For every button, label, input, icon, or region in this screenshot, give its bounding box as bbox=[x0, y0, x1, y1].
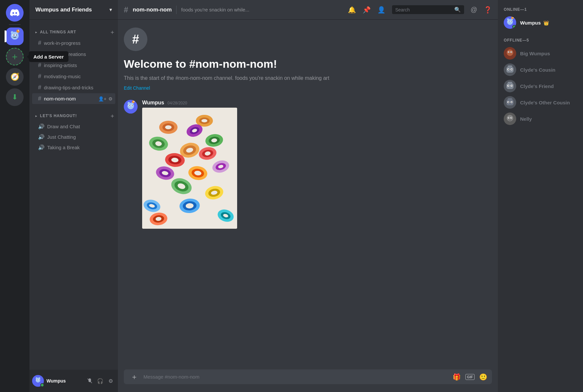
mute-button[interactable] bbox=[85, 376, 94, 385]
member-wumpus[interactable]: Wumpus 👑 bbox=[501, 14, 580, 31]
wumpus-server-icon[interactable] bbox=[6, 27, 24, 45]
messages-area: # Welcome to #nom-nom-nom! This is the s… bbox=[118, 20, 498, 369]
member-clydes-cousin[interactable]: Clyde's Cousin bbox=[501, 62, 580, 78]
channel-drawing-tips[interactable]: # drawing-tips-and-tricks bbox=[32, 82, 115, 93]
message-timestamp: 04/28/2020 bbox=[167, 101, 187, 105]
channel-name: nom-nom-nom bbox=[44, 96, 98, 101]
channel-name: motivating-music bbox=[44, 74, 113, 79]
member-avatar bbox=[504, 47, 516, 60]
channel-header-name: nom-nom-nom bbox=[133, 7, 172, 13]
voice-channel-just-chatting[interactable]: 🔊 Just Chatting bbox=[32, 132, 115, 142]
edit-channel-link[interactable]: Edit Channel bbox=[124, 85, 492, 91]
invite-icon[interactable]: 👤+ bbox=[98, 96, 106, 101]
user-info: Wumpus bbox=[47, 378, 83, 383]
help-icon[interactable]: ❓ bbox=[484, 6, 492, 14]
member-nelly[interactable]: Nelly bbox=[501, 111, 580, 127]
server-header[interactable]: Wumpus and Friends ▾ bbox=[29, 0, 118, 20]
channel-welcome: # Welcome to #nom-nom-nom! This is the s… bbox=[124, 20, 492, 97]
svg-point-123 bbox=[508, 117, 509, 118]
channel-name: drawing-tips-and-tricks bbox=[44, 85, 113, 90]
headset-button[interactable]: 🎧 bbox=[96, 376, 105, 385]
category-hangout-label: LET'S HANGOUT! bbox=[40, 114, 77, 118]
plus-icon: ＋ bbox=[10, 50, 19, 63]
channel-work-in-progress[interactable]: # work-in-progress bbox=[32, 38, 115, 48]
members-sidebar: ONLINE—1 Wumpus 👑 OFFLINE—5 bbox=[498, 0, 583, 392]
emoji-icon[interactable]: 🙂 bbox=[479, 373, 487, 381]
members-icon[interactable]: 👤 bbox=[377, 6, 386, 14]
voice-channel-name: Just Chatting bbox=[47, 134, 113, 140]
search-icon: 🔍 bbox=[454, 7, 461, 13]
category-art[interactable]: ▸ ALL THINGS ART ＋ bbox=[29, 23, 118, 37]
member-name: Clyde's Cousin bbox=[520, 67, 555, 73]
at-icon[interactable]: @ bbox=[471, 6, 477, 13]
channel-inspiring-artists[interactable]: # inspiring-artists bbox=[32, 60, 115, 71]
member-avatar bbox=[504, 96, 516, 109]
gift-icon[interactable]: 🎁 bbox=[453, 373, 461, 381]
message-header: Wumpus 04/28/2020 bbox=[142, 100, 492, 106]
search-input[interactable] bbox=[395, 7, 452, 12]
header-icons: 🔔 📌 👤 🔍 @ ❓ bbox=[348, 5, 492, 14]
svg-rect-104 bbox=[508, 65, 512, 67]
welcome-hash-icon: # bbox=[124, 27, 147, 51]
main-content: # nom-nom-nom foods you're snackin on wh… bbox=[118, 0, 498, 392]
server-divider bbox=[9, 24, 21, 25]
settings-icon[interactable]: ⚙ bbox=[108, 96, 113, 101]
channel-name: inspiring-artists bbox=[44, 62, 113, 68]
channel-nom-nom-nom[interactable]: # nom-nom-nom 👤+ ⚙ bbox=[32, 93, 115, 104]
add-server-button[interactable]: ＋ bbox=[6, 48, 24, 65]
svg-point-4 bbox=[13, 35, 14, 36]
category-arrow-icon: ▸ bbox=[35, 114, 37, 118]
message-input-icons: 🎁 GIF 🙂 bbox=[453, 373, 487, 381]
svg-point-103 bbox=[511, 69, 512, 70]
attachment-button[interactable]: ＋ bbox=[128, 372, 140, 382]
add-channel-button[interactable]: ＋ bbox=[109, 28, 115, 36]
svg-point-116 bbox=[508, 102, 509, 103]
server-name: Wumpus and Friends bbox=[35, 7, 92, 13]
message-input-area: ＋ 🎁 GIF 🙂 bbox=[118, 369, 498, 392]
svg-point-91 bbox=[513, 17, 514, 18]
svg-rect-118 bbox=[508, 98, 512, 100]
user-area: Wumpus 🎧 ⚙ bbox=[29, 370, 118, 392]
svg-point-87 bbox=[511, 21, 512, 22]
download-button[interactable]: ⬇ bbox=[6, 88, 24, 106]
discord-home-button[interactable] bbox=[6, 4, 24, 22]
svg-point-97 bbox=[511, 52, 512, 52]
member-big-wumpus[interactable]: Big Wumpus bbox=[501, 45, 580, 62]
voice-channel-name: Taking a Break bbox=[47, 145, 113, 150]
voice-channel-taking-break[interactable]: 🔊 Taking a Break bbox=[32, 142, 115, 152]
user-status-online-indicator bbox=[40, 383, 44, 387]
channel-sidebar: Wumpus and Friends ▾ ▸ ALL THINGS ART ＋ … bbox=[29, 0, 118, 392]
settings-button[interactable]: ⚙ bbox=[106, 376, 115, 385]
user-avatar bbox=[32, 375, 44, 387]
message-image[interactable] bbox=[142, 108, 237, 229]
message-input[interactable] bbox=[143, 369, 449, 384]
message-author-avatar[interactable] bbox=[124, 100, 138, 114]
svg-point-124 bbox=[511, 117, 512, 118]
hash-icon: # bbox=[38, 73, 41, 80]
member-clydes-friend[interactable]: Clyde's Friend bbox=[501, 78, 580, 94]
current-user-name: Wumpus bbox=[47, 378, 83, 383]
add-voice-channel-button[interactable]: ＋ bbox=[109, 112, 115, 120]
welcome-description: This is the start of the #nom-nom-nom ch… bbox=[124, 74, 492, 82]
svg-point-25 bbox=[132, 105, 132, 106]
gif-button[interactable]: GIF bbox=[465, 374, 475, 380]
channel-header: # nom-nom-nom foods you're snackin on wh… bbox=[118, 0, 498, 20]
message-input-box: ＋ 🎁 GIF 🙂 bbox=[124, 369, 492, 384]
header-divider bbox=[176, 6, 177, 14]
pin-icon[interactable]: 📌 bbox=[363, 6, 371, 14]
member-avatar bbox=[504, 80, 516, 92]
svg-point-5 bbox=[16, 35, 17, 36]
member-clydes-other-cousin[interactable]: Clyde's Other Cousin bbox=[501, 94, 580, 111]
channel-motivating-music[interactable]: # motivating-music bbox=[32, 71, 115, 82]
explore-servers-button[interactable]: 🧭 bbox=[6, 68, 24, 86]
svg-point-29 bbox=[134, 101, 135, 102]
bell-icon[interactable]: 🔔 bbox=[348, 6, 356, 14]
svg-point-10 bbox=[19, 30, 19, 31]
svg-point-15 bbox=[37, 380, 38, 380]
online-section-header: ONLINE—1 bbox=[501, 5, 580, 14]
voice-channel-draw-chat[interactable]: 🔊 Draw and Chat bbox=[32, 121, 115, 132]
svg-point-33 bbox=[165, 125, 172, 129]
channel-post-your-creations[interactable]: # post-your-creations bbox=[32, 49, 115, 60]
category-hangout[interactable]: ▸ LET'S HANGOUT! ＋ bbox=[29, 107, 118, 121]
offline-section-header: OFFLINE—5 bbox=[501, 36, 580, 45]
